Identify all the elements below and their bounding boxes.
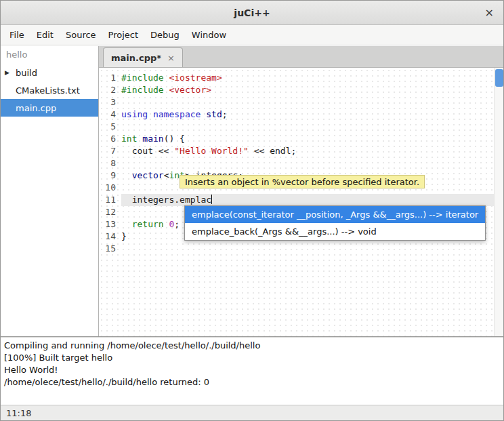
cursor-position: 11:18 [6,408,31,418]
code-line-1[interactable]: 1#include <iostream> [99,72,494,84]
editor-column: main.cpp* × 1#include <iostream>2#includ… [99,46,503,336]
project-root-label[interactable]: hello [1,46,98,64]
main-area: hello ▶buildCMakeLists.txtmain.cpp main.… [1,46,503,337]
window-title: juCi++ [234,7,270,18]
code-line-11[interactable]: 11 integers.emplac [99,194,494,206]
line-number: 13 [99,218,121,230]
line-number: 3 [99,96,121,108]
code-token [121,170,132,180]
tree-item-main-cpp[interactable]: main.cpp [1,99,98,117]
code-token [121,219,132,229]
tree-item-cmakelists-txt[interactable]: CMakeLists.txt [1,81,98,99]
menu-item-window[interactable]: Window [186,26,232,43]
editor-scrollbar[interactable] [494,68,503,336]
statusbar: 11:18 [1,405,503,420]
menu-item-edit[interactable]: Edit [30,26,60,43]
code-text: int main() { [121,133,494,145]
terminal-line: [100%] Built target hello [4,352,500,364]
editor-scrollbar-thumb[interactable] [495,69,503,87]
code-token: } [121,231,127,241]
tab-close-icon[interactable]: × [167,53,175,63]
code-token: ; [222,109,228,119]
code-text: using namespace std; [121,108,494,121]
code-editor[interactable]: 1#include <iostream>2#include <vector>34… [99,68,503,336]
code-token [148,109,153,119]
line-number: 1 [99,72,121,84]
code-token: <iostream> [169,73,222,83]
tab-label: main.cpp* [111,53,161,63]
code-token: return [132,219,164,229]
line-number: 5 [99,121,121,133]
code-line-7[interactable]: 7 cout << "Hello World!" << endl; [99,145,494,157]
tabbar: main.cpp* × [99,46,503,68]
code-token: using [121,109,148,119]
code-text [121,243,494,255]
code-token: ; [174,219,180,229]
text-cursor [211,195,212,204]
code-token: vector [132,170,164,180]
tree-item-label: CMakeLists.txt [16,85,80,96]
code-token: std [206,109,222,119]
code-line-15[interactable]: 15 [99,243,494,255]
code-line-4[interactable]: 4using namespace std; [99,108,494,121]
titlebar: juCi++ × [1,1,503,25]
code-text: integers.emplac [121,194,494,206]
completion-item[interactable]: emplace_back(_Args &&__args...) --> void [185,223,485,240]
code-token: namespace [153,109,201,119]
line-number: 7 [99,145,121,157]
line-number: 11 [99,194,121,206]
code-token: <vector> [169,85,211,95]
code-token: integers.emplac [121,195,211,205]
code-token: int [121,134,137,144]
line-number: 15 [99,243,121,255]
line-number: 14 [99,230,121,243]
terminal-output[interactable]: Compiling and running /home/olece/test/h… [1,337,503,405]
code-token: #include [121,85,164,95]
close-icon[interactable]: × [485,7,494,18]
code-line-6[interactable]: 6int main() { [99,133,494,145]
code-token: << endl; [249,146,296,156]
tree-item-label: build [16,68,37,78]
menu-item-project[interactable]: Project [102,26,144,43]
code-text: #include <iostream> [121,72,494,84]
line-number: 9 [99,169,121,182]
file-browser-sidebar: hello ▶buildCMakeLists.txtmain.cpp [1,46,99,336]
line-number: 10 [99,182,121,194]
code-token: () { [164,134,185,144]
completion-doc-tooltip: Inserts an object in %vector before spec… [180,175,425,188]
menu-item-debug[interactable]: Debug [144,26,186,43]
file-tree: ▶buildCMakeLists.txtmain.cpp [1,64,98,117]
code-token: main [142,134,163,144]
menubar: FileEditSourceProjectDebugWindow [1,25,503,45]
expander-icon[interactable]: ▶ [5,69,16,76]
menu-item-file[interactable]: File [3,26,30,43]
code-text [121,121,494,133]
code-text: cout << "Hello World!" << endl; [121,145,494,157]
code-token: "Hello World!" [174,146,249,156]
code-token: cout << [121,146,174,156]
menu-item-source[interactable]: Source [60,26,102,43]
code-text [121,96,494,108]
completion-item[interactable]: emplace(const_iterator __position, _Args… [185,206,485,223]
code-line-3[interactable]: 3 [99,96,494,108]
tab-main-cpp[interactable]: main.cpp* × [103,47,183,67]
code-token: #include [121,73,164,83]
line-number: 4 [99,108,121,121]
code-line-8[interactable]: 8 [99,157,494,169]
tree-item-build[interactable]: ▶build [1,64,98,81]
terminal-line: Compiling and running /home/olece/test/h… [4,340,500,352]
code-line-5[interactable]: 5 [99,121,494,133]
terminal-line: Hello World! [4,364,500,376]
line-number: 12 [99,206,121,218]
code-line-2[interactable]: 2#include <vector> [99,84,494,96]
code-text: #include <vector> [121,84,494,96]
terminal-line: /home/olece/test/hello/./build/hello ret… [4,376,500,388]
line-number: 8 [99,157,121,169]
line-number: 2 [99,84,121,96]
completion-popup: emplace(const_iterator __position, _Args… [184,205,486,241]
line-number: 6 [99,133,121,145]
app-window: juCi++ × FileEditSourceProjectDebugWindo… [0,0,504,421]
tree-item-label: main.cpp [16,103,56,113]
code-text [121,157,494,169]
